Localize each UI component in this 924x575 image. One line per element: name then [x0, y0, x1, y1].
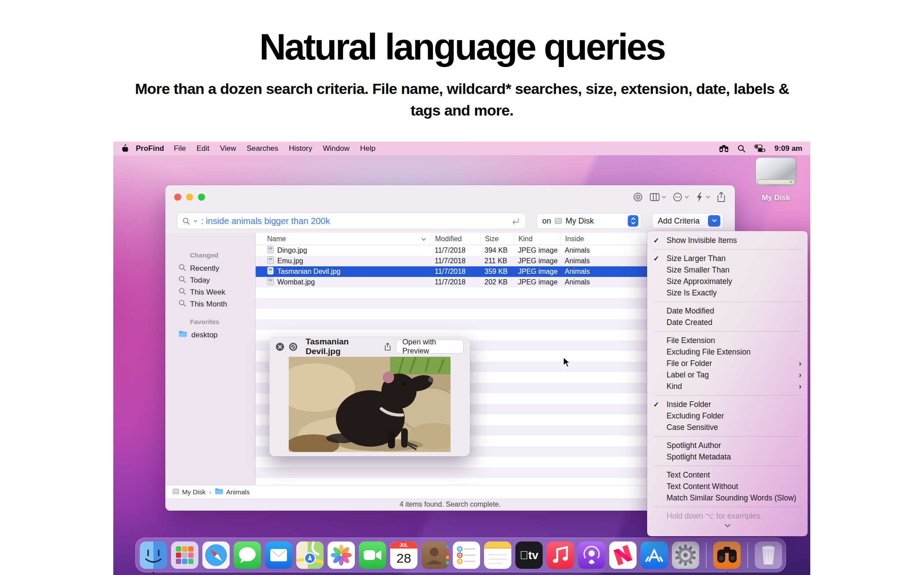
- menu-bar-clock[interactable]: 9:09 am: [775, 144, 802, 153]
- search-input[interactable]: : inside animals bigger than 200k: [177, 213, 526, 229]
- search-icon: [179, 276, 186, 285]
- dock-item-trash[interactable]: [755, 541, 782, 569]
- menu-item-label: Label or Tag: [667, 370, 799, 380]
- columns-view-button[interactable]: [649, 192, 666, 202]
- file-name-cell: Wombat.jpg: [256, 277, 430, 287]
- menu-item-file-or-folder[interactable]: File or Folder›: [647, 358, 808, 369]
- menu-item-size-smaller-than[interactable]: Size Smaller Than: [647, 264, 808, 276]
- column-header-modified[interactable]: Modified: [430, 233, 480, 245]
- column-header-name[interactable]: Name: [256, 233, 430, 245]
- menu-item-excluding-folder[interactable]: Excluding Folder: [647, 410, 808, 422]
- preview-eye-icon[interactable]: [633, 192, 643, 202]
- menu-item-date-modified[interactable]: Date Modified: [647, 305, 808, 317]
- menu-item-date-created[interactable]: Date Created: [647, 317, 808, 328]
- search-query-text[interactable]: : inside animals bigger than 200k: [201, 216, 508, 226]
- menu-item-text-content[interactable]: Text Content: [647, 469, 808, 481]
- dock-item-app-store[interactable]: [641, 541, 668, 569]
- app-store-icon: [641, 541, 668, 569]
- menu-item-inside-folder[interactable]: ✓Inside Folder: [647, 399, 808, 410]
- dock-item-news[interactable]: [609, 541, 637, 569]
- sidebar-item-this-week[interactable]: This Week: [165, 286, 255, 298]
- breadcrumb-item-my-disk[interactable]: My Disk: [172, 488, 205, 496]
- zoom-window-button[interactable]: [198, 194, 205, 201]
- search-location-select[interactable]: on My Disk: [537, 213, 641, 229]
- sidebar-item-recently[interactable]: Recently: [165, 262, 255, 274]
- window-titlebar[interactable]: [165, 185, 735, 209]
- menu-history[interactable]: History: [289, 144, 312, 153]
- dock-item-photos[interactable]: [328, 541, 355, 569]
- search-icon: [179, 288, 186, 297]
- dock-item-system-preferences[interactable]: [672, 541, 699, 569]
- menu-item-size-larger-than[interactable]: ✓Size Larger Than: [647, 253, 808, 264]
- kind-cell: JPEG image: [514, 278, 560, 286]
- column-header-size[interactable]: Size: [480, 233, 514, 245]
- menu-file[interactable]: File: [174, 144, 186, 153]
- dock-item-profind[interactable]: [713, 541, 741, 569]
- menu-item-label-or-tag[interactable]: Label or Tag›: [647, 369, 808, 381]
- desktop-disk-icon[interactable]: My Disk: [749, 157, 803, 202]
- size-cell: 359 KB: [480, 268, 514, 276]
- dock-item-podcasts[interactable]: [578, 541, 605, 569]
- sidebar-item-this-month[interactable]: This Month: [165, 298, 255, 310]
- menu-searches[interactable]: Searches: [246, 144, 278, 153]
- more-options-button[interactable]: [672, 192, 689, 202]
- minimize-window-button[interactable]: [186, 194, 193, 201]
- share-button[interactable]: [716, 191, 726, 203]
- menu-item-match-similar-sounding-words-slow[interactable]: Match Similar Sounding Words (Slow): [647, 492, 808, 504]
- dock-item-mail[interactable]: [265, 541, 292, 569]
- open-with-preview-button[interactable]: Open with Preview: [396, 340, 464, 354]
- menu-item-kind[interactable]: Kind›: [647, 381, 808, 392]
- search-scope-chevron-icon[interactable]: [194, 220, 197, 223]
- menu-edit[interactable]: Edit: [197, 144, 209, 153]
- jpeg-file-icon: [267, 256, 274, 266]
- dock-item-messages[interactable]: [234, 541, 261, 569]
- dock-item-contacts[interactable]: [421, 541, 449, 569]
- news-icon: [609, 541, 637, 569]
- action-button[interactable]: [695, 192, 710, 202]
- add-criteria-button[interactable]: Add Criteria: [652, 213, 723, 229]
- apple-menu-icon[interactable]: [121, 144, 129, 153]
- column-header-kind[interactable]: Kind: [514, 233, 560, 245]
- trash-icon: [755, 541, 782, 569]
- menu-item-show-invisible-items[interactable]: ✓Show Invisible Items: [647, 235, 808, 246]
- menu-item-size-approximately[interactable]: Size Approximately: [647, 276, 808, 287]
- menu-view[interactable]: View: [220, 144, 236, 153]
- headline: Natural language queries More than a doz…: [0, 0, 924, 122]
- menu-item-size-is-exactly[interactable]: Size Is Exactly: [647, 287, 808, 299]
- dock-item-finder[interactable]: [140, 541, 167, 569]
- menu-item-text-content-without[interactable]: Text Content Without: [647, 481, 808, 492]
- menu-window[interactable]: Window: [323, 144, 349, 153]
- menu-item-excluding-file-extension[interactable]: Excluding File Extension: [647, 346, 808, 358]
- dock-item-reminders[interactable]: [453, 541, 480, 569]
- dock-item-music[interactable]: [547, 541, 574, 569]
- breadcrumb-item-animals[interactable]: Animals: [215, 488, 250, 496]
- menu-item-spotlight-metadata[interactable]: Spotlight Metadata: [647, 451, 808, 463]
- active-app-name[interactable]: ProFind: [136, 144, 164, 153]
- sidebar-item-today[interactable]: Today: [165, 274, 255, 286]
- dock-item-notes[interactable]: [484, 541, 511, 569]
- kind-cell: JPEG image: [514, 246, 560, 254]
- menu-item-file-extension[interactable]: File Extension: [647, 335, 808, 346]
- prohibit-circle-icon[interactable]: [289, 342, 298, 352]
- close-window-button[interactable]: [174, 194, 181, 201]
- dock-item-apple-tv[interactable]: tv: [515, 541, 543, 569]
- sidebar-item-desktop[interactable]: desktop: [165, 329, 255, 341]
- dock-item-launchpad[interactable]: [171, 541, 198, 569]
- menu-item-spotlight-author[interactable]: Spotlight Author: [647, 440, 808, 451]
- dock-item-safari[interactable]: [202, 541, 230, 569]
- scope-stepper-icon: [628, 215, 638, 227]
- return-arrow-icon[interactable]: [511, 217, 520, 224]
- spotlight-search-icon[interactable]: [738, 145, 745, 153]
- menu-help[interactable]: Help: [360, 144, 376, 153]
- close-circle-icon[interactable]: [276, 342, 284, 352]
- menu-item-case-sensitive[interactable]: Case Sensitive: [647, 422, 808, 433]
- dock-item-maps[interactable]: [296, 541, 324, 569]
- share-icon[interactable]: [384, 342, 391, 352]
- dock-item-facetime[interactable]: [359, 541, 386, 569]
- dock-item-calendar[interactable]: JUL28: [390, 541, 417, 569]
- hard-drive-icon: [753, 157, 799, 189]
- menu-scroll-down-indicator[interactable]: [647, 523, 808, 526]
- control-center-icon[interactable]: [754, 145, 766, 152]
- profind-binoculars-icon[interactable]: [719, 145, 729, 153]
- launchpad-icon: [171, 541, 198, 569]
